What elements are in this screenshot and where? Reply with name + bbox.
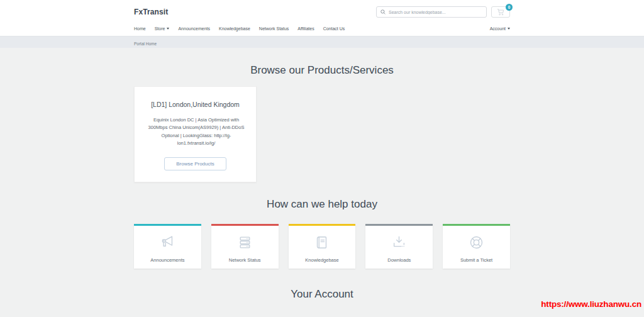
cart-button[interactable]: 0	[491, 6, 510, 18]
bullhorn-icon	[159, 226, 176, 257]
tile-label: Network Status	[229, 257, 261, 263]
tile-announcements[interactable]: Announcements	[134, 224, 201, 269]
cart-icon	[497, 8, 504, 16]
nav-account[interactable]: Account	[490, 26, 510, 31]
nav-knowledgebase[interactable]: Knowledgebase	[219, 26, 250, 31]
breadcrumb-bar: Portal Home	[0, 36, 644, 48]
chevron-down-icon	[167, 28, 169, 30]
main-content: Browse our Products/Services [LD1] Londo…	[134, 48, 510, 301]
nav-announcements[interactable]: Announcements	[178, 26, 210, 31]
life-ring-icon	[468, 226, 485, 257]
portal-home-page: { "header": { "logo": "FxTransit", "sear…	[0, 0, 644, 317]
logo[interactable]: FxTransit	[134, 8, 168, 16]
tile-label: Announcements	[150, 257, 184, 263]
tile-label: Submit a Ticket	[460, 257, 492, 263]
main-nav: Home Store Announcements Knowledgebase N…	[134, 21, 510, 36]
search-input[interactable]	[389, 10, 482, 14]
header: FxTransit 0 Home Store Announcements	[0, 0, 644, 36]
product-group-description: Equinix London DC | Asia Optimized with …	[147, 116, 245, 148]
products-section-title: Browse our Products/Services	[134, 48, 510, 77]
help-tiles: Announcements Network Status	[134, 224, 510, 269]
account-section-title: Your Account	[134, 287, 510, 301]
search-icon	[380, 9, 386, 14]
nav-home[interactable]: Home	[134, 26, 146, 31]
help-section-title: How can we help today	[134, 197, 510, 211]
book-icon	[313, 226, 330, 257]
browse-products-button[interactable]: Browse Products	[164, 157, 226, 170]
tile-submit-ticket[interactable]: Submit a Ticket	[443, 224, 510, 269]
nav-contact-us[interactable]: Contact Us	[323, 26, 345, 31]
product-group-name: [LD1] London,United Kingdom	[147, 100, 243, 109]
server-icon	[236, 226, 253, 257]
watermark-url: https://www.liuzhanwu.cn	[541, 299, 641, 309]
nav-network-status[interactable]: Network Status	[259, 26, 289, 31]
tile-knowledgebase[interactable]: Knowledgebase	[289, 224, 356, 269]
tile-downloads[interactable]: Downloads	[365, 224, 433, 269]
nav-store[interactable]: Store	[155, 26, 170, 31]
tile-label: Knowledgebase	[305, 257, 338, 263]
cart-count-badge: 0	[506, 4, 513, 11]
chevron-down-icon	[508, 28, 510, 30]
tile-label: Downloads	[387, 257, 411, 263]
tile-network-status[interactable]: Network Status	[211, 224, 279, 269]
knowledgebase-search[interactable]	[376, 6, 487, 18]
nav-affiliates[interactable]: Affiliates	[297, 26, 314, 31]
product-group-card: [LD1] London,United Kingdom Equinix Lond…	[134, 86, 257, 182]
breadcrumb-portal-home[interactable]: Portal Home	[134, 42, 157, 46]
download-icon	[391, 226, 408, 257]
